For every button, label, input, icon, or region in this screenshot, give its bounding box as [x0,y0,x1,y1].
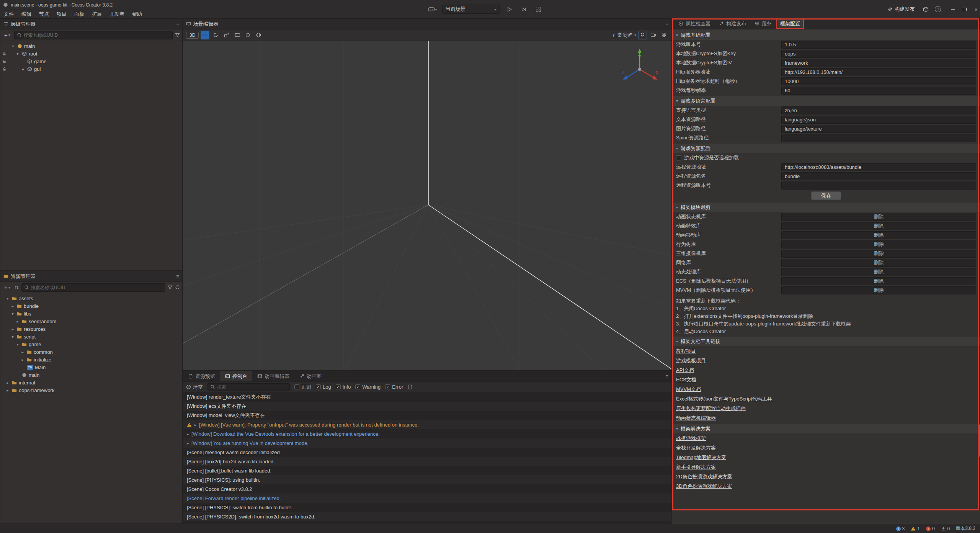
asset-node-game[interactable]: ▾ game [0,340,182,348]
tab-animation-graph[interactable]: 动画图 [294,371,327,381]
menu-file[interactable]: 文件 [0,10,18,18]
asset-node-initialize[interactable]: ▸ initialize [0,356,182,363]
chevron-down-icon[interactable]: ▾ [15,342,20,347]
spine-path-input[interactable] [781,134,976,142]
filter-error[interactable]: ✓Error [385,384,403,390]
panel-menu-icon[interactable]: ≡ [176,273,179,279]
section-language-config[interactable]: ▾ 游戏多语言配置 [672,96,980,106]
help-button[interactable]: ? [935,6,941,12]
link-ecs-docs[interactable]: ECS文档 [676,376,696,383]
menu-extension[interactable]: 扩展 [88,10,106,18]
log-file-icon[interactable] [408,384,413,389]
link-api-docs[interactable]: API文档 [676,367,694,374]
chevron-down-icon[interactable]: ▾ [15,52,20,56]
chevron-down-icon[interactable]: ▾ [10,335,15,339]
link-hotupdate-plugin[interactable]: 原生包热更新配置自动生成插件 [676,405,746,412]
hierarchy-node-root[interactable]: ▾ root [0,50,182,57]
menu-edit[interactable]: 编辑 [18,10,35,18]
lighting-toggle-button[interactable] [638,31,647,39]
delete-move-button[interactable]: 删除 [781,231,976,239]
chevron-down-icon[interactable]: ▾ [5,296,10,301]
asset-node-oops-framework[interactable]: ▸ oops-framework [0,386,182,394]
minimize-button[interactable] [951,9,955,10]
asset-node-internal[interactable]: ▸ internal [0,379,182,386]
chevron-down-icon[interactable]: ▾ [11,44,15,48]
delete-animator-button[interactable]: 删除 [781,213,976,221]
link-tiledmap-solution[interactable]: Tiledmap地图解决方案 [676,454,726,461]
scrollbar-thumb[interactable] [978,424,980,457]
console-search-input[interactable] [217,384,287,390]
lock-icon[interactable] [2,59,7,64]
asset-node-common[interactable]: ▸ common [0,348,182,356]
world-space-button[interactable] [254,31,263,39]
layout-button[interactable] [533,4,543,14]
tab-property-inspector[interactable]: 属性检查器 [675,18,714,29]
panel-menu-icon[interactable]: ≡ [665,21,668,27]
chevron-right-icon[interactable]: ▸ [5,381,10,385]
asset-node-script[interactable]: ▾ script [0,333,182,340]
hierarchy-search-input[interactable] [24,33,170,38]
checkbox-unchecked[interactable] [294,384,299,389]
filter-icon[interactable] [168,285,173,290]
menu-help[interactable]: 帮助 [128,10,146,18]
menu-node[interactable]: 节点 [35,10,53,18]
lang-json-path-input[interactable] [781,116,976,124]
filter-log[interactable]: ✓Log [316,384,331,390]
package-icon[interactable] [923,7,929,12]
asset-node-bundle[interactable]: ▸ bundle [0,302,182,310]
delete-behavior-tree-button[interactable]: 删除 [781,240,976,249]
crypto-iv-input[interactable] [781,59,976,67]
chevron-right-icon[interactable]: ▸ [5,388,10,392]
section-module-trim[interactable]: ▾ 框架模块裁剪 [672,203,980,212]
fps-input[interactable] [781,87,976,95]
chevron-right-icon[interactable]: ▸ [15,319,20,324]
link-template-project[interactable]: 游戏模板项目 [676,357,706,364]
remote-url-input[interactable] [781,163,976,171]
link-excel-tool[interactable]: Excel格式转Json文件与TypeScript代码工具 [676,396,772,402]
close-button[interactable]: × [974,7,978,12]
clear-console-button[interactable]: 清空 [186,384,203,391]
error-badge[interactable]: ! 0 [926,526,935,531]
pivot-tool-button[interactable] [243,31,252,39]
link-wargame-framework[interactable]: 战棋游戏框架 [676,435,706,442]
assets-search-input[interactable] [31,285,163,290]
axis-gizmo[interactable]: Y X Z [619,46,661,88]
log-row-warning[interactable]: ▸ [Window] [Vue warn]: Property "onInput… [183,420,671,429]
log-row-info[interactable]: ▸ [Window] Download the Vue Devtools ext… [183,429,671,438]
checkbox-checked[interactable]: ✓ [316,384,321,389]
link-fullstack-solution[interactable]: 全栈开发解决方案 [676,445,716,451]
checkbox-checked[interactable]: ✓ [385,384,390,389]
hierarchy-node-gui[interactable]: ▸ gui [0,65,182,73]
filter-regex[interactable]: 正则 [294,384,311,391]
info-badge[interactable]: i 3 [896,526,905,531]
play-button[interactable] [504,4,514,14]
link-tutorial-project[interactable]: 教程项目 [676,348,696,355]
log-row-info[interactable]: ▸ [Window] You are running Vue in develo… [183,438,671,448]
asset-node-seedrandom[interactable]: ▸ seedrandom [0,317,182,325]
chevron-right-icon[interactable]: ▸ [20,350,25,354]
download-badge[interactable]: 0 [941,526,950,531]
tab-asset-preview[interactable]: 资源预览 [183,371,220,381]
chevron-right-icon[interactable]: ▸ [21,67,25,71]
asset-node-main-ts[interactable]: TS Main [0,363,182,371]
http-timeout-input[interactable] [781,77,976,85]
section-solutions[interactable]: ▾ 框架解决方案 [672,424,980,433]
refresh-icon[interactable] [175,285,180,290]
view-mode-select[interactable]: 正常浏览 ▾ [612,32,636,39]
hierarchy-node-game[interactable]: game [0,57,182,65]
chevron-down-icon[interactable]: ▾ [10,312,15,316]
scene-gizmo-settings-button[interactable] [660,31,668,39]
delete-ecs-button[interactable]: 删除 [781,277,976,285]
chevron-right-icon[interactable]: ▸ [187,441,189,445]
tab-framework-config[interactable]: 框架配置 [776,18,804,29]
checkbox-unchecked[interactable] [676,155,681,160]
chevron-right-icon[interactable]: ▸ [10,304,15,308]
camera-settings-button[interactable] [649,31,658,39]
rect-tool-button[interactable] [233,31,242,39]
hierarchy-search[interactable] [14,31,173,39]
filter-info[interactable]: ✓Info [336,384,351,390]
checkbox-checked[interactable]: ✓ [336,384,341,389]
tab-animation-editor[interactable]: 动画编辑器 [252,371,294,381]
remote-version-input[interactable] [781,181,976,190]
crypto-key-input[interactable] [781,50,976,58]
